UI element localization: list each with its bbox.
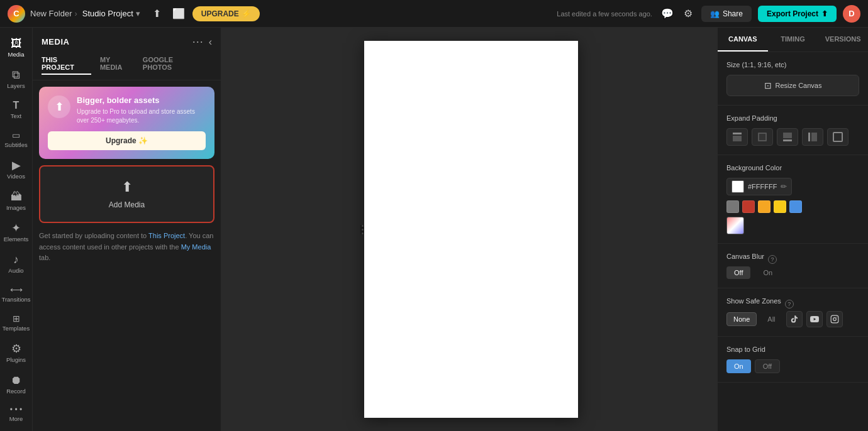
add-media-box[interactable]: ⬆ Add Media bbox=[39, 165, 214, 223]
safe-zone-none-button[interactable]: None bbox=[726, 312, 757, 326]
canvas-blur-off-button[interactable]: Off bbox=[726, 266, 750, 279]
topbar-actions: ⬆ ⬜ bbox=[150, 5, 187, 22]
background-color-section: Background Color #FFFFFF ✏ bbox=[718, 155, 868, 244]
snap-off-button[interactable]: Off bbox=[755, 359, 780, 373]
sidebar-item-media[interactable]: 🖼 Media bbox=[1, 33, 31, 63]
sidebar-item-audio[interactable]: ♪ Audio bbox=[1, 249, 31, 279]
canvas-blur-label-row: Canvas Blur ? bbox=[726, 253, 859, 266]
project-name[interactable]: Studio Project ▾ bbox=[82, 9, 140, 18]
tab-canvas[interactable]: CANVAS bbox=[718, 28, 768, 52]
app-logo[interactable]: C bbox=[8, 5, 25, 23]
tv-icon[interactable]: ⬜ bbox=[170, 5, 187, 22]
media-label: Media bbox=[8, 51, 25, 58]
bg-color-preview bbox=[732, 180, 744, 193]
safe-zones-help-icon[interactable]: ? bbox=[785, 300, 794, 308]
color-swatch-gray[interactable] bbox=[726, 200, 739, 213]
export-button[interactable]: Export Project ⬆ bbox=[758, 6, 837, 22]
tab-versions[interactable]: VERSIONS bbox=[818, 28, 868, 52]
info-link-this-project[interactable]: This Project bbox=[148, 232, 185, 239]
share-button[interactable]: 👥 Share bbox=[701, 6, 752, 22]
videos-icon: ▶ bbox=[12, 160, 21, 171]
color-swatch-yellow[interactable] bbox=[774, 200, 786, 213]
padding-btn-square[interactable] bbox=[827, 128, 849, 146]
sidebar-item-images[interactable]: 🏔 Images bbox=[1, 186, 31, 216]
upgrade-button[interactable]: UPGRADE ⚡ bbox=[192, 6, 260, 21]
padding-btn-top[interactable] bbox=[726, 128, 748, 146]
user-avatar[interactable]: D bbox=[843, 5, 860, 23]
snap-on-button[interactable]: On bbox=[726, 359, 751, 373]
tab-my-media[interactable]: MY MEDIA bbox=[100, 53, 134, 75]
sidebar-item-plugins[interactable]: ⚙ Plugins bbox=[1, 338, 31, 368]
tab-this-project[interactable]: THIS PROJECT bbox=[42, 53, 91, 75]
gradient-swatch[interactable] bbox=[726, 217, 744, 234]
sidebar-item-subtitles[interactable]: ▭ Subtitles bbox=[1, 126, 31, 153]
canvas-blur-toggle: Off On bbox=[726, 266, 859, 279]
background-color-label: Background Color bbox=[726, 164, 859, 172]
record-label: Record bbox=[6, 388, 26, 395]
safe-zones-section: Show Safe Zones ? None All bbox=[718, 288, 868, 337]
sidepanel-header: MEDIA ··· ‹ bbox=[33, 28, 221, 53]
upgrade-card-title: Bigger, bolder assets bbox=[77, 95, 206, 105]
sidebar-item-templates[interactable]: ⊞ Templates bbox=[1, 309, 31, 337]
sidepanel-collapse-button[interactable]: ‹ bbox=[209, 35, 212, 48]
safe-zone-instagram-icon[interactable] bbox=[826, 311, 843, 327]
sidebar-item-text[interactable]: T Text bbox=[1, 95, 31, 124]
tab-timing[interactable]: TIMING bbox=[768, 28, 818, 52]
left-nav: 🖼 Media ⧉ Layers T Text ▭ Subtitles ▶ Vi… bbox=[0, 28, 33, 431]
text-label: Text bbox=[11, 112, 21, 119]
padding-btn-bottom[interactable] bbox=[777, 128, 798, 146]
folder-name[interactable]: New Folder bbox=[30, 9, 72, 18]
color-swatch-orange[interactable] bbox=[758, 200, 771, 213]
color-swatch-blue[interactable] bbox=[789, 200, 802, 213]
svg-rect-7 bbox=[811, 133, 817, 141]
upgrade-card-description: Upgrade to Pro to upload and store asset… bbox=[77, 107, 206, 125]
upload-icon[interactable]: ⬆ bbox=[150, 5, 164, 22]
safe-zones-label: Show Safe Zones bbox=[726, 297, 781, 305]
people-icon: 👥 bbox=[710, 9, 720, 18]
settings-icon[interactable]: ⚙ bbox=[681, 5, 695, 22]
upgrade-card-icon: ⬆ bbox=[48, 95, 70, 118]
canvas-area bbox=[221, 28, 717, 431]
comment-icon[interactable]: 💬 bbox=[659, 5, 676, 22]
svg-rect-0 bbox=[733, 133, 742, 134]
canvas-blur-on-button[interactable]: On bbox=[755, 266, 780, 279]
upgrade-card-button[interactable]: Upgrade ✨ bbox=[48, 131, 206, 150]
topbar-right-icons: 💬 ⚙ bbox=[659, 5, 695, 22]
sidebar-item-videos[interactable]: ▶ Videos bbox=[1, 155, 31, 185]
upgrade-card: ⬆ Bigger, bolder assets Upgrade to Pro t… bbox=[39, 87, 214, 159]
info-link-my-media[interactable]: My Media bbox=[181, 243, 211, 251]
sidepanel-more-button[interactable]: ··· bbox=[192, 35, 204, 48]
bg-color-hex: #FFFFFF bbox=[748, 183, 777, 190]
color-swatch-red[interactable] bbox=[742, 200, 755, 213]
padding-btn-sides[interactable] bbox=[802, 128, 823, 146]
canvas-white[interactable] bbox=[364, 41, 578, 418]
sidebar-item-record[interactable]: ⏺ Record bbox=[1, 369, 31, 400]
sidebar-item-elements[interactable]: ✦ Elements bbox=[1, 217, 31, 248]
resize-canvas-button[interactable]: ⊡ Resize Canvas bbox=[726, 75, 859, 96]
canvas-blur-help-icon[interactable]: ? bbox=[768, 255, 777, 264]
svg-rect-1 bbox=[733, 136, 742, 141]
images-icon: 🏔 bbox=[11, 191, 22, 202]
sidebar-item-transitions[interactable]: ⟷ Transitions bbox=[1, 280, 31, 308]
bg-color-main[interactable]: #FFFFFF ✏ bbox=[726, 178, 792, 195]
sidebar-item-layers[interactable]: ⧉ Layers bbox=[1, 64, 31, 94]
safe-zone-tiktok-icon[interactable] bbox=[786, 311, 803, 327]
text-icon: T bbox=[13, 101, 19, 111]
more-icon: • • • bbox=[10, 406, 22, 413]
sidepanel-tabs: THIS PROJECT MY MEDIA GOOGLE PHOTOS bbox=[33, 53, 221, 80]
topbar-right: Last edited a few seconds ago. 💬 ⚙ 👥 Sha… bbox=[557, 5, 860, 23]
svg-rect-3 bbox=[759, 134, 765, 140]
size-section: Size (1:1, 9:16, etc) ⊡ Resize Canvas bbox=[718, 52, 868, 106]
padding-btn-all[interactable] bbox=[752, 128, 773, 146]
layers-label: Layers bbox=[7, 82, 25, 89]
layers-icon: ⧉ bbox=[12, 69, 20, 80]
topbar: C New Folder › Studio Project ▾ ⬆ ⬜ UPGR… bbox=[0, 0, 868, 28]
elements-label: Elements bbox=[4, 236, 29, 243]
templates-label: Templates bbox=[3, 325, 30, 332]
safe-zone-youtube-icon[interactable] bbox=[806, 311, 823, 327]
svg-rect-6 bbox=[808, 133, 810, 141]
safe-zone-all-button[interactable]: All bbox=[760, 312, 782, 326]
sidebar-item-more[interactable]: • • • More bbox=[1, 401, 31, 427]
audio-label: Audio bbox=[8, 267, 23, 274]
tab-google-photos[interactable]: GOOGLE PHOTOS bbox=[143, 53, 203, 75]
